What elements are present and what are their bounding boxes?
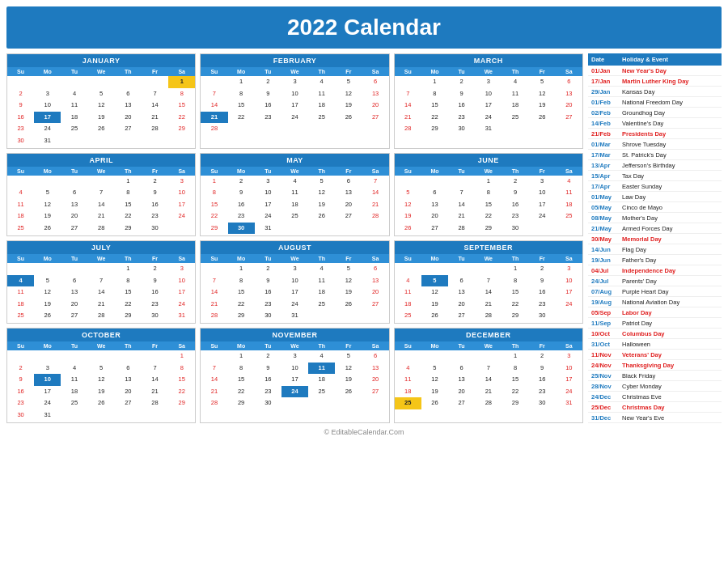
day-cell: 16 — [502, 199, 528, 211]
day-cell: 26 — [421, 397, 448, 409]
day-cell: 5 — [34, 275, 61, 287]
day-cell: 8 — [228, 363, 255, 375]
day-header-th: Th — [308, 167, 335, 176]
holiday-date: 14/Feb — [591, 120, 622, 127]
holiday-date: 25/Dec — [591, 404, 622, 411]
day-cell: 26 — [335, 112, 362, 124]
holiday-name: Cinco de Mayo — [622, 204, 718, 211]
day-cell: 21 — [142, 386, 168, 398]
day-header-tu: Tu — [448, 167, 475, 176]
empty-cell — [421, 350, 448, 363]
day-cell: 14 — [142, 100, 168, 112]
day-header-we: We — [281, 167, 308, 176]
holiday-name: Shrove Tuesday — [622, 141, 718, 148]
day-cell: 1 — [115, 263, 142, 275]
day-cell: 7 — [362, 176, 388, 188]
day-cell: 25 — [502, 112, 528, 124]
day-cell: 3 — [529, 176, 556, 188]
day-cell: 17 — [529, 199, 556, 211]
day-cell: 10 — [168, 187, 195, 199]
day-cell: 16 — [529, 374, 556, 386]
day-cell: 21 — [362, 199, 388, 211]
month-calendar-grid: SuMoTuWeThFrSa12345678910111213141516171… — [395, 254, 582, 322]
holiday-date: 05/May — [591, 204, 622, 211]
holiday-name: Purple Heart Day — [622, 288, 718, 295]
month-title: JULY — [7, 241, 195, 254]
day-cell: 4 — [308, 76, 335, 88]
day-cell: 27 — [115, 123, 142, 135]
day-cell: 23 — [529, 386, 556, 398]
holiday-date: 21/May — [591, 225, 622, 232]
day-cell: 12 — [421, 286, 448, 299]
day-cell: 29 — [502, 310, 528, 322]
empty-cell — [142, 76, 168, 88]
day-cell: 29 — [421, 123, 448, 135]
day-cell: 20 — [556, 100, 582, 112]
day-header-sa: Sa — [556, 254, 582, 263]
holiday-date: 02/Feb — [591, 109, 622, 117]
day-cell: 5 — [421, 363, 448, 375]
day-cell: 14 — [88, 199, 115, 211]
month-block-november: NOVEMBERSuMoTuWeThFrSa123456789101112131… — [200, 328, 389, 423]
day-cell: 15 — [228, 100, 255, 112]
day-cell: 13 — [61, 199, 87, 211]
day-cell: 12 — [421, 374, 448, 386]
day-cell: 18 — [281, 199, 308, 211]
day-header-tu: Tu — [61, 341, 87, 350]
day-cell: 8 — [201, 187, 227, 199]
day-cell: 23 — [142, 210, 168, 223]
day-header-sa: Sa — [168, 67, 195, 76]
day-cell: 4 — [61, 88, 87, 100]
day-cell: 25 — [7, 310, 34, 322]
day-cell: 25 — [308, 112, 335, 124]
day-cell: 1 — [502, 263, 528, 275]
day-cell: 23 — [255, 386, 281, 398]
day-cell: 24 — [556, 299, 582, 311]
day-header-fr: Fr — [529, 341, 556, 350]
day-cell: 10 — [281, 275, 308, 287]
day-cell: 7 — [448, 187, 475, 199]
day-cell: 11 — [395, 286, 421, 299]
day-cell: 10 — [529, 187, 556, 199]
month-calendar-grid: SuMoTuWeThFrSa12345678910111213141516171… — [201, 167, 388, 235]
day-cell: 5 — [88, 88, 115, 100]
day-cell: 14 — [201, 100, 227, 112]
empty-cell — [7, 176, 34, 188]
day-header-we: We — [475, 67, 502, 76]
day-cell: 4 — [7, 275, 34, 287]
day-cell: 4 — [281, 176, 308, 188]
day-header-we: We — [475, 167, 502, 176]
empty-cell — [61, 350, 87, 363]
day-cell: 5 — [395, 187, 421, 199]
day-cell: 26 — [335, 299, 362, 311]
day-cell: 8 — [115, 275, 142, 287]
day-cell: 28 — [88, 310, 115, 322]
holiday-name: Groundhog Day — [622, 109, 718, 117]
holidays-list: 01/JanNew Year's Day17/JanMartin Luther … — [588, 66, 722, 423]
day-cell: 12 — [308, 187, 335, 199]
day-cell: 14 — [362, 187, 388, 199]
day-cell: 13 — [115, 100, 142, 112]
holiday-row: 24/NovThanksgiving Day — [588, 360, 722, 371]
day-cell: 12 — [335, 88, 362, 100]
empty-cell — [61, 263, 87, 275]
holiday-row: 11/NovVeterans' Day — [588, 350, 722, 360]
holiday-date: 07/Aug — [591, 288, 622, 295]
day-cell: 30 — [529, 397, 556, 409]
holiday-date: 24/Nov — [591, 362, 622, 369]
day-cell: 9 — [255, 363, 281, 375]
day-cell: 30 — [255, 397, 281, 409]
holiday-name: New Year's Eve — [622, 414, 718, 422]
day-cell: 27 — [362, 386, 388, 398]
day-cell: 27 — [362, 112, 388, 124]
empty-cell — [7, 76, 34, 88]
holiday-row: 17/MarSt. Patrick's Day — [588, 150, 722, 160]
day-header-we: We — [281, 254, 308, 263]
day-cell: 7 — [142, 88, 168, 100]
day-header-tu: Tu — [61, 67, 87, 76]
day-header-fr: Fr — [529, 254, 556, 263]
day-cell: 4 — [502, 76, 528, 88]
day-cell: 16 — [7, 386, 34, 398]
day-cell: 30 — [228, 223, 255, 235]
page: 2022 Calendar JANUARYSuMoTuWeThFrSa12345… — [0, 0, 728, 443]
